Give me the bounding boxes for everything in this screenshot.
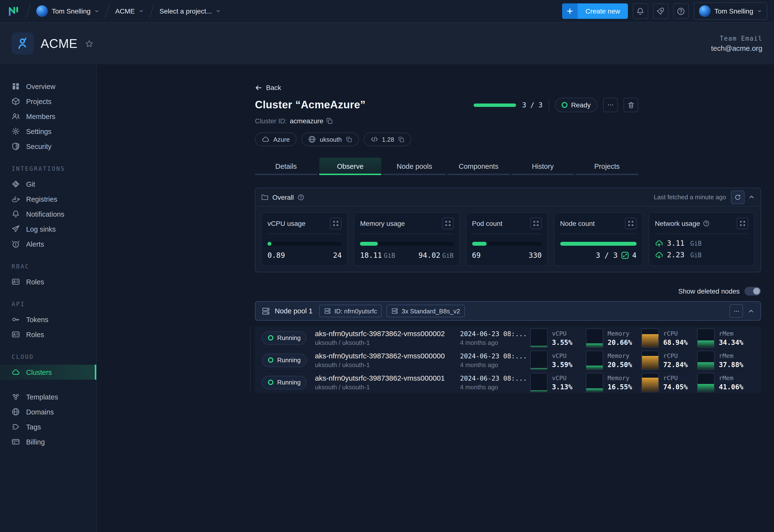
breadcrumb-project-select[interactable]: Select a project...	[159, 7, 220, 15]
gauge-value: 74.05%	[663, 383, 688, 391]
cluster-progress-bar	[474, 103, 516, 107]
expand-button[interactable]	[737, 218, 748, 229]
create-new-button[interactable]: Create new	[562, 3, 628, 19]
overall-title: Overall	[272, 193, 294, 201]
expand-icon	[445, 221, 451, 226]
copy-icon[interactable]	[398, 136, 404, 142]
status-label: Ready	[571, 101, 591, 109]
copy-icon[interactable]	[326, 118, 333, 124]
back-link[interactable]: Back	[255, 84, 638, 91]
breadcrumb-divider	[26, 4, 31, 18]
memory-total-unit: GiB	[442, 252, 454, 259]
breadcrumb-org[interactable]: ACME	[115, 7, 143, 15]
person-icon	[16, 37, 29, 50]
sidebar-item-billing[interactable]: Billing	[0, 434, 96, 449]
node-row[interactable]: Running aks-nfrn0yutsrfc-39873862-vmss00…	[255, 371, 761, 393]
delete-cluster-button[interactable]	[624, 98, 638, 112]
collapse-node-pool-button[interactable]	[748, 308, 754, 314]
last-fetched-label: Last fetched a minute ago	[654, 193, 726, 201]
sidebar-item-templates[interactable]: Templates	[0, 389, 96, 404]
team-name: ACME	[41, 36, 78, 51]
gauge-label: vCPU	[552, 374, 572, 381]
whats-new-button[interactable]	[653, 3, 669, 19]
more-actions-button[interactable]	[603, 98, 618, 112]
sidebar-item-settings[interactable]: Settings	[0, 124, 96, 139]
gauge-label: rCPU	[663, 352, 688, 359]
sidebar-item-label: Tokens	[26, 316, 48, 323]
sidebar-item-api-roles[interactable]: Roles	[0, 327, 96, 342]
gauge-label: Memory	[608, 352, 632, 359]
sidebar-item-registries[interactable]: Registries	[0, 192, 96, 207]
tab-node-pools[interactable]: Node pools	[383, 158, 446, 175]
gauge-label: Memory	[608, 330, 632, 337]
sidebar-item-label: Templates	[26, 393, 58, 401]
expand-button[interactable]	[442, 218, 454, 229]
sidebar-item-clusters[interactable]: Clusters	[0, 365, 96, 380]
sidebar-item-git[interactable]: Git	[0, 177, 96, 192]
sidebar-item-projects[interactable]: Projects	[0, 94, 96, 109]
node-status-badge: Running	[262, 376, 307, 389]
copy-icon[interactable]	[346, 136, 352, 142]
favorite-star-icon[interactable]	[85, 39, 94, 48]
node-row[interactable]: Running aks-nfrn0yutsrfc-39873862-vmss00…	[255, 327, 761, 349]
trash-icon	[627, 101, 634, 109]
sidebar-item-notifications[interactable]: Notifications	[0, 207, 96, 222]
sidebar-item-overview[interactable]: Overview	[0, 79, 96, 94]
expand-button[interactable]	[530, 218, 542, 229]
tab-projects[interactable]: Projects	[576, 158, 638, 175]
node-memory-gauge: Memory 16.55%	[586, 373, 641, 392]
gauge-label: rMem	[719, 330, 743, 337]
gauge-fill	[586, 343, 603, 347]
gauge-fill	[531, 368, 547, 369]
tab-history[interactable]: History	[512, 158, 574, 175]
gauge-value: 3.55%	[552, 338, 572, 346]
notifications-button[interactable]	[633, 3, 648, 19]
help-button[interactable]	[673, 3, 689, 19]
expand-button[interactable]	[330, 218, 342, 229]
breadcrumb-team[interactable]: Tom Snelling	[36, 5, 99, 17]
show-deleted-nodes-toggle[interactable]	[744, 287, 761, 296]
sidebar-item-label: Alerts	[26, 240, 44, 248]
sidebar-item-label: Overview	[26, 82, 55, 90]
tab-label: Details	[275, 163, 297, 170]
memory-usage-bar	[360, 242, 454, 246]
navbar-actions: Create new Tom Snelling	[562, 2, 767, 20]
alert-circle-icon	[12, 240, 20, 248]
memory-total-value: 94.02	[418, 251, 440, 260]
node-pool-more-button[interactable]	[729, 304, 743, 318]
expand-button[interactable]	[625, 218, 637, 229]
sidebar-item-alerts[interactable]: Alerts	[0, 236, 96, 251]
brand-logo-icon[interactable]	[7, 4, 20, 18]
vcpu-usage-fill	[268, 242, 271, 246]
sidebar-item-domains[interactable]: Domains	[0, 404, 96, 419]
git-icon	[12, 180, 20, 188]
metric-title: Node count	[560, 220, 595, 227]
pod-count-total: 330	[528, 251, 542, 260]
sidebar-item-label: Log sinks	[26, 225, 56, 233]
sidebar-item-label: Notifications	[26, 210, 64, 218]
sidebar-section-integrations: INTEGRATIONS	[0, 154, 96, 177]
sidebar-item-tokens[interactable]: Tokens	[0, 312, 96, 327]
plus-icon	[562, 3, 578, 19]
sidebar-item-label: Billing	[26, 438, 45, 446]
tab-observe[interactable]: Observe	[319, 158, 381, 175]
metric-card-memory: Memory usage 18.11GiB 94.02GiB	[354, 212, 460, 266]
metric-card-pods: Pod count 69 330	[466, 212, 548, 266]
user-menu[interactable]: Tom Snelling	[694, 2, 767, 20]
sidebar-item-log-sinks[interactable]: Log sinks	[0, 222, 96, 236]
sidebar-item-security[interactable]: Security	[0, 139, 96, 154]
collapse-panel-button[interactable]	[748, 194, 755, 200]
node-zone: uksouth / uksouth-1	[315, 361, 460, 369]
sidebar-item-tags[interactable]: Tags	[0, 419, 96, 434]
tab-components[interactable]: Components	[447, 158, 510, 175]
sidebar-item-rbac-roles[interactable]: Roles	[0, 274, 96, 289]
tab-label: Observe	[337, 163, 364, 170]
node-name: aks-nfrn0yutsrfc-39873862-vmss000001	[315, 374, 460, 382]
refresh-button[interactable]	[731, 190, 744, 204]
status-dot-icon	[268, 380, 273, 385]
node-row[interactable]: Running aks-nfrn0yutsrfc-39873862-vmss00…	[255, 349, 761, 371]
gauge-bar	[641, 373, 659, 392]
tab-details[interactable]: Details	[255, 158, 317, 175]
sidebar-item-members[interactable]: Members	[0, 109, 96, 124]
gauge-label: rMem	[719, 352, 743, 359]
